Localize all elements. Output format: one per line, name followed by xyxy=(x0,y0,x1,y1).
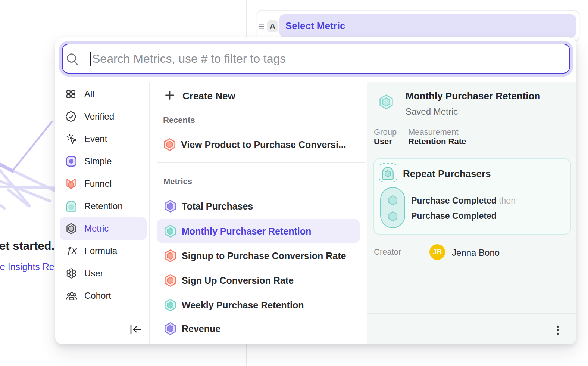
svg-text:ƒx: ƒx xyxy=(66,245,77,256)
